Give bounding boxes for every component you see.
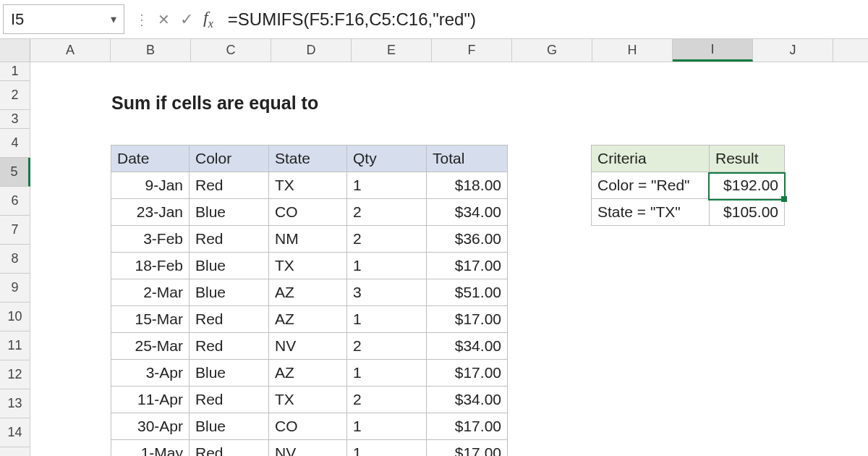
formula-input[interactable]: =SUMIFS(F5:F16,C5:C16,"red") [224,0,868,38]
table-row: 3-AprBlueAZ1$17.00 [111,360,508,387]
col-header[interactable]: G [512,39,592,62]
cancel-icon[interactable]: ✕ [158,11,170,28]
row-header[interactable]: 2 [0,81,30,110]
column-headers: A B C D E F G H I J [0,39,868,62]
table-row: 25-MarRedNV2$34.00 [111,333,508,360]
row-header[interactable]: 15 [0,447,30,456]
th-state[interactable]: State [269,145,347,172]
th-date[interactable]: Date [111,145,190,172]
row-header[interactable]: 7 [0,216,30,245]
table-row: 11-AprRedTX2$34.00 [111,387,508,413]
table-row: State = "TX" $105.00 [592,199,785,226]
row-header[interactable]: 10 [0,303,30,332]
col-header[interactable]: F [432,39,512,62]
enter-icon[interactable]: ✓ [180,10,193,29]
row-header[interactable]: 12 [0,360,30,389]
fx-icon[interactable]: fx [203,8,213,30]
row-header[interactable]: 11 [0,332,30,360]
row-header[interactable]: 6 [0,187,30,216]
row-header[interactable]: 4 [0,129,30,158]
col-header[interactable]: H [592,39,673,62]
col-header[interactable]: I [673,39,753,62]
table-row: 18-FebBlueTX1$17.00 [111,253,508,279]
table-row: 23-JanBlueCO2$34.00 [111,199,508,226]
row-header[interactable]: 9 [0,274,30,303]
chevron-down-icon[interactable]: ▾ [111,12,116,26]
col-header[interactable]: C [191,39,271,62]
name-box-value: I5 [11,10,106,29]
th-qty[interactable]: Qty [347,145,427,172]
criteria-table: Criteria Result Color = "Red" $192.00 St… [591,145,785,226]
row-header[interactable]: 14 [0,418,30,447]
select-all-corner[interactable] [0,39,30,62]
table-row: 2-MarBlueAZ3$51.00 [111,279,508,306]
row-header[interactable]: 1 [0,62,30,81]
table-row: Color = "Red" $192.00 [592,172,785,199]
col-header[interactable]: A [30,39,111,62]
row-header[interactable]: 5 [0,158,30,187]
data-table: Date Color State Qty Total 9-JanRedTX1$1… [111,145,508,456]
row-header[interactable]: 8 [0,245,30,274]
table-row: 1-MayRedNV1$17.00 [111,440,508,457]
col-header[interactable]: B [111,39,191,62]
col-header[interactable]: E [352,39,432,62]
th-color[interactable]: Color [190,145,269,172]
th-result[interactable]: Result [710,145,785,172]
result-cell-2[interactable]: $105.00 [710,199,785,226]
drag-handle-icon[interactable]: ⋮ [135,11,148,28]
row-header[interactable]: 13 [0,389,30,418]
formula-bar-buttons: ⋮ ✕ ✓ fx [124,0,224,38]
worksheet-area[interactable]: Sum if cells are equal to Date Color Sta… [30,62,868,456]
table-row: 30-AprBlueCO1$17.00 [111,413,508,440]
table-row: 3-FebRedNM2$36.00 [111,226,508,253]
name-box[interactable]: I5 ▾ [3,4,124,34]
row-header[interactable]: 3 [0,110,30,129]
page-title: Sum if cells are equal to [111,93,318,114]
row-headers: 1 2 3 4 5 6 7 8 9 10 11 12 13 14 15 [0,62,30,456]
table-row: 15-MarRedAZ1$17.00 [111,306,508,333]
th-criteria[interactable]: Criteria [592,145,710,172]
col-header[interactable]: D [271,39,352,62]
table-row: 9-JanRedTX1$18.00 [111,172,508,199]
th-total[interactable]: Total [427,145,508,172]
result-cell-1[interactable]: $192.00 [710,172,785,199]
formula-bar: I5 ▾ ⋮ ✕ ✓ fx =SUMIFS(F5:F16,C5:C16,"red… [0,0,868,39]
col-header[interactable]: J [753,39,833,62]
